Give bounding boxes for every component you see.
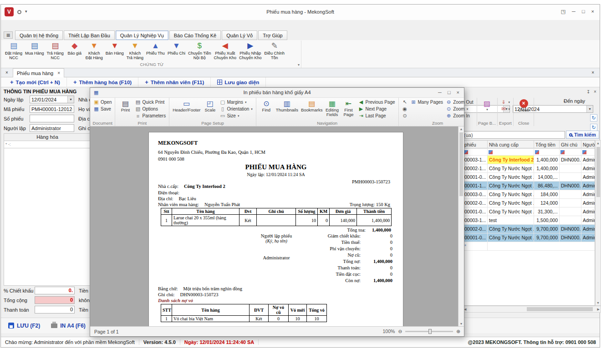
preview-btn-last-page[interactable]: ⇥Last Page	[357, 112, 396, 119]
search-input[interactable]: (ua)	[463, 131, 565, 139]
field-chiet-khau[interactable]: 0.	[35, 287, 75, 294]
refresh-button[interactable]: ↻	[590, 114, 597, 121]
filter-cell[interactable]	[534, 149, 560, 155]
field-nguoi-lap[interactable]: Administrator	[30, 124, 74, 132]
filter-cell[interactable]	[581, 149, 595, 155]
ribbon-button-phieu-chi[interactable]: ▼Phiếu Chi	[166, 40, 187, 62]
button-luu-f2[interactable]: LƯU (F2)	[3, 318, 46, 333]
preview-btn-next-page[interactable]: ▶Next Page	[357, 106, 396, 112]
scroll-up-icon[interactable]: ▲	[458, 127, 464, 131]
action-luu-giao-dien[interactable]: Lưu giao diện	[211, 77, 266, 87]
ribbon-button-khach-dat-hang[interactable]: ▼Khách Đặt Hàng	[84, 40, 104, 62]
ribbon-tab-quan-ly-vo[interactable]: Quản Lý Vỏ	[222, 30, 257, 40]
ribbon-tab-tro-giup[interactable]: Trợ Giúp	[258, 30, 287, 40]
preview-btn-quick-print[interactable]: ▤Quick Print	[133, 99, 167, 106]
field-so-phieu[interactable]	[30, 115, 74, 122]
po-list-row[interactable]: 00003-0...Công Ty Nước Ngọt ...184,000Ad…	[463, 190, 595, 199]
dialog-maximize-button[interactable]: □	[448, 90, 451, 95]
ribbon-group-collapse-icon[interactable]: ▾	[298, 63, 300, 67]
scroll-up-icon[interactable]: ▲	[596, 142, 601, 145]
search-button[interactable]: Tìm kiếm	[566, 131, 599, 139]
preview-btn-first-page[interactable]: ⇤First Page	[340, 99, 357, 117]
preview-btn-save[interactable]: ▦Save	[92, 106, 113, 112]
ribbon-button-phieu-xuat-chuyen-kho[interactable]: ◀Phiếu Xuất Chuyển Kho	[212, 40, 238, 62]
zoom-slider[interactable]	[405, 331, 453, 332]
po-column-nha-cung-cap[interactable]: Nhà cung cấp	[488, 141, 534, 148]
ribbon-button-ban-hang[interactable]: ▼Bán Hàng	[104, 40, 125, 62]
chevron-down-icon[interactable]: ▾	[586, 106, 593, 112]
ribbon-button-bao-gia[interactable]: ◆Báo giá	[65, 40, 84, 62]
ribbon-tab-bao-cao-thong-ke[interactable]: Báo Cáo Thống Kê	[169, 30, 221, 40]
field-thanh-toan[interactable]: 0	[35, 306, 75, 313]
po-column-ghi-chu[interactable]: Ghi chú	[560, 141, 581, 148]
scrollbar-thumb[interactable]	[527, 307, 593, 311]
ribbon-button-phieu-thu[interactable]: ▲Phiếu Thu	[145, 40, 166, 62]
preview-btn-parameters[interactable]: ≡Parameters	[133, 112, 167, 119]
zoom-out-icon[interactable]: ⊖	[398, 329, 402, 334]
dialog-minimize-button[interactable]: ─	[438, 90, 442, 95]
preview-btn-hand-tool[interactable]: ◉	[401, 106, 409, 112]
preview-btn-zoom[interactable]: ⊙Zoom▾	[444, 106, 474, 112]
items-grid-body[interactable]	[4, 148, 91, 286]
pin-window-icon[interactable]: ◳	[561, 9, 565, 15]
restore-button[interactable]: □	[582, 9, 585, 15]
ribbon-tab-quan-tri-he-thong[interactable]: Quản trị hệ thống	[15, 30, 63, 40]
preview-btn-close[interactable]: ×Close	[515, 99, 532, 113]
po-column-phieu[interactable]: phiếu	[463, 141, 488, 148]
preview-vertical-scrollbar[interactable]: ▲ ▼	[458, 126, 464, 326]
ribbon-button-dieu-chinh-ton[interactable]: ✎Điều Chỉnh Tồn	[263, 40, 286, 62]
tab-close-icon[interactable]: ×	[57, 71, 60, 76]
items-grid-header[interactable]: Hàng hóa	[4, 133, 91, 141]
preview-btn-many-pages[interactable]: ⊞Many Pages	[409, 99, 445, 106]
po-list-row[interactable]: 00002-0...Công Ty Nước Ngọt ...124,000Ad…	[463, 199, 595, 207]
preview-btn-magnifier-tool[interactable]: ⊙	[401, 112, 409, 119]
po-grid-new-row[interactable]: *	[463, 242, 595, 251]
preview-btn-open[interactable]: ▣Open	[92, 99, 113, 106]
preview-btn-orientation[interactable]: ▯Orientation▾	[218, 106, 254, 112]
preview-btn-export-document[interactable]: ⇓▾	[499, 99, 512, 106]
po-list-row[interactable]: 00002-1...Công Ty Nước Ngọt ...1,400,000…	[463, 164, 595, 173]
chevron-down-icon[interactable]: ▾	[67, 96, 74, 103]
filter-cell[interactable]	[560, 149, 581, 155]
minimize-button[interactable]: ─	[572, 9, 576, 15]
scroll-down-icon[interactable]: ▼	[458, 322, 464, 325]
preview-btn-margins[interactable]: ▢Margins▾	[218, 99, 254, 106]
panel-pin-icon[interactable]: ↧	[586, 89, 590, 94]
zoom-slider-thumb[interactable]	[428, 329, 432, 334]
preview-btn-zoom-out[interactable]: ⊖Zoom Out	[444, 99, 474, 106]
preview-btn-zoom-in[interactable]: ⊕Zoom In	[444, 112, 474, 119]
zoom-in-icon[interactable]: ⊕	[456, 329, 460, 334]
po-list-row[interactable]: 00001-0...Công Ty Nước Ngọt ...9,700,000…	[463, 233, 595, 242]
button-in-a4-f6[interactable]: IN A4 (F6)	[46, 318, 91, 333]
po-list-row[interactable]: 00003-1...test1,500,000Admin	[463, 216, 595, 225]
ribbon-tab-thiet-lap-ban-dau[interactable]: Thiết Lập Ban Đầu	[64, 30, 115, 40]
preview-area[interactable]: MEKONGSOFT 64 Nguyễn Đình Chiểu, Phường …	[90, 126, 458, 326]
dialog-close-button[interactable]: ×	[457, 90, 459, 95]
ribbon-tab-quan-ly-nghiep-vu[interactable]: Quản Lý Nghiệp Vụ	[116, 30, 168, 40]
po-list-row[interactable]: 00001-0...Công Ty Nước Ngọt ...31,300,..…	[463, 207, 595, 216]
scrollbar-thumb[interactable]	[459, 132, 463, 196]
ribbon-button-khach-tra-hang[interactable]: ▼Khách Trả Hàng	[125, 40, 145, 62]
tabbar-close-icon[interactable]: ×	[5, 70, 8, 75]
tabbar-close-right-icon[interactable]: ×	[591, 70, 594, 75]
ribbon-button-chuyen-tien-noi-bo[interactable]: $Chuyển Tiền Nội Bộ	[187, 40, 213, 62]
po-list-row[interactable]: 00003-1...Công Ty Interfood 21,400,000DH…	[463, 156, 595, 164]
filter-cell[interactable]	[488, 149, 534, 155]
ribbon-button-tra-hang-ncc[interactable]: ▤Trả Hàng NCC	[46, 40, 65, 62]
panel-close-icon[interactable]: ×	[594, 89, 596, 94]
preview-btn-pointer-tool[interactable]: ↖	[401, 99, 409, 106]
preview-btn-options[interactable]: ▧Options	[133, 106, 167, 112]
po-column-tong-tien[interactable]: Tổng tiền	[534, 141, 560, 148]
preview-btn-scale[interactable]: ◰Scale	[202, 99, 218, 113]
preview-btn-size[interactable]: ▭Size▾	[218, 112, 254, 119]
items-grid-new-row[interactable]: * -:	[4, 141, 91, 148]
preview-btn-previous-page[interactable]: ◀Previous Page	[357, 99, 396, 106]
scroll-down-icon[interactable]: ▼	[596, 301, 601, 304]
field-ngay-lap[interactable]: 12/01/2024▾	[30, 96, 74, 103]
action-them-hang-hoa-f10[interactable]: +Thêm hàng hóa (F10)	[67, 77, 138, 87]
ribbon-button-mua-hang[interactable]: ▤Mua Hàng	[24, 40, 46, 62]
field-tong-cong[interactable]: 0	[35, 296, 75, 304]
preview-btn-page-background[interactable]: ▨▾	[479, 99, 495, 112]
scrollbar-thumb[interactable]	[596, 147, 600, 197]
action-them-nhan-vien-f11[interactable]: +Thêm nhân viên (F11)	[138, 77, 211, 87]
